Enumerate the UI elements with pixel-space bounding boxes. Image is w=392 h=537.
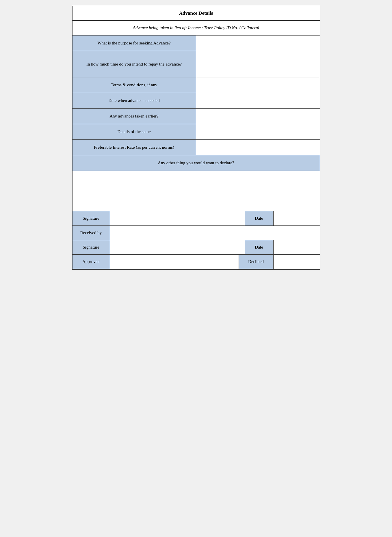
details-label: Details of the same [73, 124, 196, 139]
purpose-value[interactable] [196, 36, 320, 51]
terms-row: Terms & conditions, if any [73, 77, 320, 93]
advances-earlier-row: Any advances taken earlier? [73, 109, 320, 124]
terms-value[interactable] [196, 77, 320, 93]
interest-row: Preferable Interest Rate (as per current… [73, 140, 320, 155]
advances-earlier-label: Any advances taken earlier? [73, 109, 196, 124]
declare-label: Any other thing you would want to declar… [158, 161, 234, 165]
repay-row: In how much time do you intend to repay … [73, 51, 320, 77]
purpose-label: What is the purpose for seeking Advance? [73, 36, 196, 51]
form-title: Advance Details [179, 10, 213, 16]
signature-label: Signature [73, 211, 110, 225]
second-signature-space[interactable] [110, 240, 245, 254]
declare-row: Any other thing you would want to declar… [73, 155, 320, 171]
title-row: Advance Details [73, 6, 320, 21]
interest-label: Preferable Interest Rate (as per current… [73, 140, 196, 155]
date-space[interactable] [274, 211, 320, 225]
form-container: vitaforms.com Advance Details Advance be… [72, 6, 320, 270]
purpose-row: What is the purpose for seeking Advance? [73, 36, 320, 51]
received-by-row: Received by [73, 226, 320, 240]
details-value[interactable] [196, 124, 320, 139]
declined-label: Declined [239, 255, 274, 269]
date-needed-row: Date when advance is needed [73, 93, 320, 109]
received-by-space[interactable] [110, 226, 320, 240]
second-date-label: Date [245, 240, 274, 254]
date-needed-label: Date when advance is needed [73, 93, 196, 108]
date-needed-value[interactable] [196, 93, 320, 108]
advances-earlier-value[interactable] [196, 109, 320, 124]
terms-label: Terms & conditions, if any [73, 77, 196, 93]
signature-row: Signature Date [73, 211, 320, 226]
second-date-space[interactable] [274, 240, 320, 254]
second-signature-label: Signature [73, 240, 110, 254]
subtitle-text: Advance being taken in lieu of: Income /… [133, 25, 259, 30]
repay-label: In how much time do you intend to repay … [73, 51, 196, 77]
approved-declined-row: Approved Declined [73, 255, 320, 269]
subtitle-row: Advance being taken in lieu of: Income /… [73, 21, 320, 36]
received-by-label: Received by [73, 226, 110, 240]
approved-space[interactable] [110, 255, 239, 269]
date-label: Date [245, 211, 274, 225]
second-signature-row: Signature Date [73, 240, 320, 255]
repay-value[interactable] [196, 51, 320, 77]
details-row: Details of the same [73, 124, 320, 140]
approved-label: Approved [73, 255, 110, 269]
declined-space[interactable] [274, 255, 320, 269]
signature-space[interactable] [110, 211, 245, 225]
interest-value[interactable] [196, 140, 320, 155]
declare-area[interactable] [73, 171, 320, 211]
